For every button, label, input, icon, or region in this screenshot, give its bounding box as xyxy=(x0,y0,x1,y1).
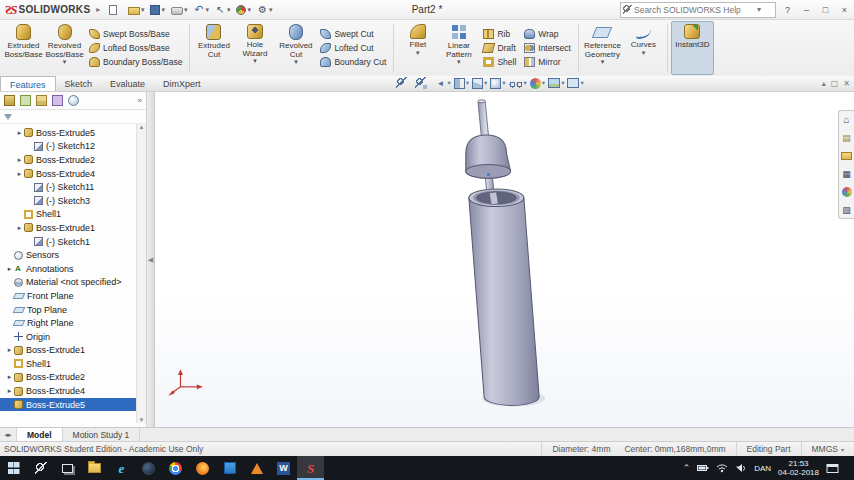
battery-icon[interactable] xyxy=(697,463,709,473)
taskbar-button[interactable] xyxy=(27,456,54,480)
expand-arrow-icon[interactable]: ▸ xyxy=(15,224,24,232)
document-restore-icon[interactable]: ▢ xyxy=(831,79,839,88)
dropdown-arrow-icon[interactable]: ▾ xyxy=(141,6,145,14)
ribbon-button[interactable]: Mirror xyxy=(522,56,573,69)
view-toolbar-button[interactable]: ▾ xyxy=(472,78,487,89)
panel-collapse-icon[interactable]: ◀ xyxy=(148,256,153,264)
task-pane-tab[interactable] xyxy=(841,114,852,125)
task-pane-tab[interactable] xyxy=(841,204,852,215)
ribbon-button[interactable]: Reference Geometry ▾ xyxy=(582,21,623,75)
expand-arrow-icon[interactable]: ▸ xyxy=(5,265,14,273)
expand-arrow-icon[interactable]: ▸ xyxy=(5,346,14,354)
ribbon-tab[interactable]: Features xyxy=(0,76,56,91)
view-toolbar-button[interactable]: ▾ xyxy=(509,78,527,89)
task-pane-tab[interactable] xyxy=(841,150,852,161)
dropdown-arrow-icon[interactable]: ▾ xyxy=(269,6,273,14)
tree-item[interactable]: ▸ Boss-Extrude5 xyxy=(0,398,146,412)
ribbon-button[interactable]: Rib xyxy=(481,28,518,41)
ribbon-button[interactable]: Fillet ▾ xyxy=(397,21,438,75)
ribbon-button[interactable]: Revolved Cut ▾ xyxy=(275,21,316,75)
tree-item[interactable]: ▸ Front Plane xyxy=(0,289,146,303)
tree-item[interactable]: ▸ (-) Sketch1 xyxy=(0,235,146,249)
tree-item[interactable]: ▸ Boss-Extrude2 xyxy=(0,153,146,167)
task-pane-tab[interactable] xyxy=(841,186,852,197)
taskbar-button[interactable] xyxy=(270,456,297,480)
dropdown-arrow-icon[interactable]: ▾ xyxy=(253,58,257,64)
ribbon-tab[interactable]: Evaluate xyxy=(101,76,154,91)
document-tab[interactable]: Model xyxy=(17,428,63,441)
filter-funnel-icon[interactable] xyxy=(4,114,12,120)
scroll-up-icon[interactable]: ▲ xyxy=(139,124,145,130)
tree-item[interactable]: ▸ Origin xyxy=(0,330,146,344)
dropdown-arrow-icon[interactable]: ▾ xyxy=(161,6,165,14)
tree-item[interactable]: ▸ Boss-Extrude4 xyxy=(0,384,146,398)
titlebar-quick-button[interactable]: ▾ xyxy=(191,2,211,17)
tree-item[interactable]: ▸ Sensors xyxy=(0,248,146,262)
tree-item[interactable]: ▸ (-) Sketch11 xyxy=(0,180,146,194)
ribbon-button[interactable]: Boundary Boss/Base xyxy=(87,56,184,69)
feature-manager-tab[interactable] xyxy=(68,95,79,106)
tree-item[interactable]: ▸ Boss-Extrude2 xyxy=(0,371,146,385)
dropdown-arrow-icon[interactable]: ▾ xyxy=(457,59,461,65)
view-toolbar-button[interactable]: ▾ xyxy=(490,78,505,89)
volume-icon[interactable] xyxy=(735,463,747,473)
feature-manager-tab[interactable] xyxy=(52,95,63,106)
ribbon-button[interactable]: Lofted Boss/Base xyxy=(87,42,184,55)
ribbon-button[interactable]: Linear Pattern ▾ xyxy=(438,21,479,75)
view-toolbar-button[interactable]: ▾ xyxy=(454,78,469,89)
task-pane-tab[interactable] xyxy=(841,168,852,179)
menu-expand-icon[interactable]: ▸ xyxy=(96,5,100,14)
tree-item[interactable]: ▸ Right Plane xyxy=(0,316,146,330)
ribbon-tab[interactable]: DimXpert xyxy=(154,76,210,91)
ribbon-button[interactable]: Shell xyxy=(481,56,518,69)
view-toolbar-button[interactable]: ▾ xyxy=(415,77,431,89)
tree-item[interactable]: ▸ Boss-Extrude1 xyxy=(0,344,146,358)
dropdown-arrow-icon[interactable]: ▾ xyxy=(466,79,469,87)
tree-item[interactable]: ▸ (-) Sketch3 xyxy=(0,194,146,208)
document-tab[interactable]: Motion Study 1 xyxy=(63,428,141,441)
taskbar-button[interactable] xyxy=(108,456,135,480)
feature-manager-tab[interactable] xyxy=(36,95,47,106)
model-canvas[interactable] xyxy=(155,92,854,427)
view-toolbar-button[interactable]: ▾ xyxy=(567,78,583,88)
units-dropdown-icon[interactable]: ▾ xyxy=(841,446,844,453)
expand-arrow-icon[interactable]: ▸ xyxy=(15,129,24,137)
clock[interactable]: 21:53 04-02-2018 xyxy=(778,459,819,477)
dropdown-arrow-icon[interactable]: ▾ xyxy=(227,6,231,14)
dropdown-arrow-icon[interactable]: ▾ xyxy=(205,6,209,14)
dropdown-arrow-icon[interactable]: ▾ xyxy=(601,59,605,65)
dropdown-arrow-icon[interactable]: ▾ xyxy=(580,79,583,87)
expand-arrow-icon[interactable]: ▸ xyxy=(15,170,24,178)
dropdown-arrow-icon[interactable]: ▾ xyxy=(561,79,564,87)
close-button[interactable]: × xyxy=(837,5,852,15)
search-input[interactable] xyxy=(632,4,754,16)
tree-item[interactable]: ▸ Boss-Extrude1 xyxy=(0,221,146,235)
tree-scrollbar[interactable]: ▲ ▼ xyxy=(136,124,146,423)
scroll-down-icon[interactable]: ▼ xyxy=(139,417,145,423)
dropdown-arrow-icon[interactable]: ▾ xyxy=(502,79,505,87)
document-close-icon[interactable]: ✕ xyxy=(843,79,850,88)
titlebar-quick-button[interactable]: ▾ xyxy=(126,2,147,17)
taskbar-button[interactable] xyxy=(135,456,162,480)
ribbon-button[interactable]: Hole Wizard ▾ xyxy=(234,21,275,75)
ribbon-button[interactable]: Instant3D ▾ xyxy=(671,21,714,75)
titlebar-quick-button[interactable]: ▾ xyxy=(148,2,167,17)
expand-arrow-icon[interactable]: ▸ xyxy=(15,156,24,164)
ribbon-button[interactable]: Swept Cut xyxy=(318,28,388,41)
ribbon-tab[interactable]: Sketch xyxy=(56,76,102,91)
units-selector[interactable]: MMGS ▾ xyxy=(801,442,854,456)
titlebar-quick-button[interactable]: ▾ xyxy=(234,2,253,17)
ribbon-button[interactable]: Curves ▾ xyxy=(623,21,664,75)
search-dropdown-icon[interactable]: ▾ xyxy=(757,5,761,14)
titlebar-quick-button[interactable]: ▾ xyxy=(169,2,190,17)
tree-item[interactable]: ▸ Top Plane xyxy=(0,303,146,317)
taskbar-button[interactable] xyxy=(243,456,270,480)
dropdown-arrow-icon[interactable]: ▾ xyxy=(448,79,451,87)
tray-expand-icon[interactable]: ⌃ xyxy=(683,463,691,473)
taskbar-button[interactable] xyxy=(81,456,108,480)
tree-item[interactable]: ▸ Shell1 xyxy=(0,208,146,222)
taskbar-button[interactable] xyxy=(0,456,27,480)
view-toolbar-button[interactable]: ▾ xyxy=(435,77,451,89)
expand-arrow-icon[interactable]: ▸ xyxy=(5,373,14,381)
taskbar-button[interactable] xyxy=(54,456,81,480)
